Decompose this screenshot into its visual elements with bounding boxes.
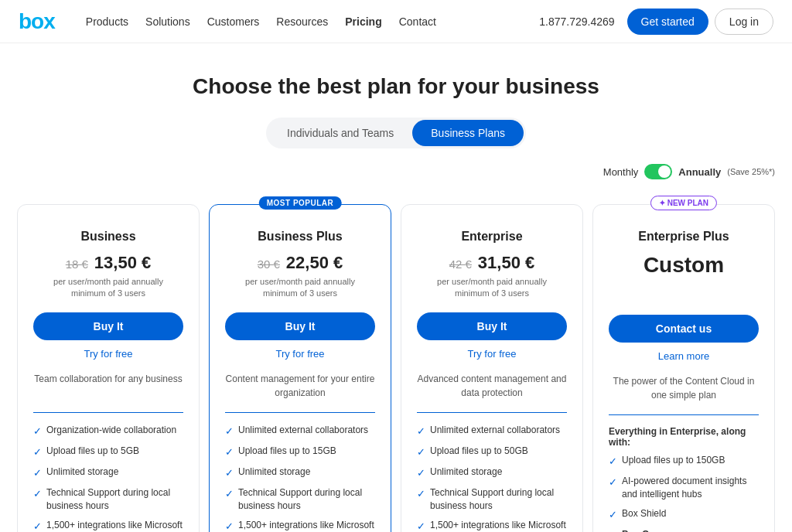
- monthly-label: Monthly: [603, 166, 639, 178]
- learn-more-link[interactable]: Learn more: [609, 350, 759, 362]
- old-price-business: 18 €: [66, 257, 88, 271]
- feature-item: ✓Unlimited storage: [33, 466, 183, 480]
- nav-links: Products Solutions Customers Resources P…: [86, 15, 539, 28]
- plan-name-enterprise-plus: Enterprise Plus: [609, 230, 759, 244]
- plan-desc-business-plus: Content management for your entire organ…: [225, 372, 375, 400]
- check-icon: ✓: [225, 520, 234, 532]
- plans-wrapper: Business 18 € 13,50 € per user/month pai…: [0, 204, 792, 532]
- divider-business: [33, 412, 183, 413]
- toggle-individuals[interactable]: Individuals and Teams: [268, 120, 412, 146]
- new-price-enterprise: 31,50 €: [478, 253, 534, 272]
- price-note-business-plus: per user/month paid annuallyminimum of 3…: [225, 276, 375, 300]
- plan-business-plus: MOST POPULAR Business Plus 30 € 22,50 € …: [209, 204, 391, 532]
- divider-enterprise: [417, 412, 567, 413]
- price-row-enterprise: 42 € 31,50 €: [417, 253, 567, 273]
- nav-pricing[interactable]: Pricing: [345, 15, 381, 28]
- feature-item: ✓Unlimited storage: [225, 466, 375, 480]
- features-enterprise-plus: ✓Upload files up to 150GB ✓AI-powered do…: [609, 454, 759, 532]
- feature-item: ✓AI-powered document insights and intell…: [609, 475, 759, 501]
- logo[interactable]: box: [19, 9, 55, 34]
- features-enterprise: ✓Unlimited external collaborators ✓Uploa…: [417, 424, 567, 532]
- billing-toggle: Monthly Annually (Save 25%*): [17, 164, 775, 179]
- features-business-plus: ✓Unlimited external collaborators ✓Uploa…: [225, 424, 375, 532]
- price-note-enterprise: per user/month paid annuallyminimum of 3…: [417, 276, 567, 300]
- check-icon: ✓: [33, 487, 42, 501]
- feature-item: ✓Unlimited storage: [417, 466, 567, 480]
- plan-name-business-plus: Business Plus: [225, 230, 375, 244]
- enterprise-plus-header: Everything in Enterprise, along with:: [609, 426, 759, 448]
- save-badge: (Save 25%*): [727, 167, 775, 176]
- toggle-business[interactable]: Business Plans: [412, 120, 524, 146]
- feature-item: ✓Upload files up to 150GB: [609, 454, 759, 469]
- nav-products[interactable]: Products: [86, 15, 128, 28]
- try-free-business-link[interactable]: Try for free: [33, 348, 183, 360]
- feature-item: ✓Unlimited external collaborators: [225, 424, 375, 438]
- plan-enterprise: Enterprise 42 € 31,50 € per user/month p…: [401, 204, 583, 532]
- feature-item: ✓1,500+ integrations like Microsoft Offi…: [225, 519, 375, 532]
- phone-number: 1.877.729.4269: [539, 15, 614, 28]
- check-icon: ✓: [609, 455, 617, 469]
- check-icon: ✓: [33, 425, 42, 438]
- annually-toggle[interactable]: [644, 164, 672, 179]
- feature-item: ✓Organization-wide collaboration: [33, 424, 183, 438]
- price-row-business-plus: 30 € 22,50 €: [225, 253, 375, 273]
- feature-item: ✓Upload files up to 15GB: [225, 445, 375, 459]
- price-row-business: 18 € 13,50 €: [33, 253, 183, 273]
- plan-business: Business 18 € 13,50 € per user/month pai…: [17, 204, 200, 532]
- check-icon: ✓: [609, 529, 617, 532]
- check-icon: ✓: [417, 466, 425, 480]
- check-icon: ✓: [225, 445, 234, 459]
- buy-business-plus-button[interactable]: Buy It: [225, 312, 375, 340]
- check-icon: ✓: [609, 476, 617, 489]
- plan-desc-enterprise: Advanced content management and data pro…: [417, 372, 567, 400]
- feature-item: ✓Upload files up to 50GB: [417, 445, 567, 459]
- plan-name-business: Business: [33, 230, 183, 244]
- custom-price: Custom: [609, 253, 759, 278]
- plan-name-enterprise: Enterprise: [417, 230, 567, 244]
- contact-us-button[interactable]: Contact us: [609, 315, 759, 343]
- plans-grid: Business 18 € 13,50 € per user/month pai…: [17, 204, 775, 532]
- feature-item: ✓1,500+ integrations like Microsoft Offi…: [417, 519, 567, 532]
- feature-item: ✓1,500+ integrations like Microsoft Offi…: [33, 519, 183, 532]
- check-icon: ✓: [225, 425, 234, 438]
- feature-item: ✓Box Governance: [609, 528, 759, 532]
- new-price-business-plus: 22,50 €: [286, 253, 343, 272]
- try-free-business-plus-link[interactable]: Try for free: [225, 348, 375, 360]
- nav-contact[interactable]: Contact: [399, 15, 436, 28]
- nav-resources[interactable]: Resources: [276, 15, 328, 28]
- check-icon: ✓: [225, 487, 234, 501]
- feature-item: ✓Box Shield: [609, 507, 759, 522]
- get-started-button[interactable]: Get started: [627, 9, 708, 35]
- check-icon: ✓: [33, 466, 42, 480]
- page-title: Choose the best plan for your business: [15, 74, 777, 99]
- price-note-business: per user/month paid annuallyminimum of 3…: [33, 276, 183, 300]
- divider-business-plus: [225, 412, 375, 413]
- check-icon: ✓: [417, 520, 425, 532]
- feature-item: ✓Unlimited external collaborators: [417, 424, 567, 438]
- plan-badge-popular: MOST POPULAR: [259, 196, 342, 208]
- check-icon: ✓: [33, 445, 42, 459]
- nav-customers[interactable]: Customers: [207, 15, 260, 28]
- plan-desc-enterprise-plus: The power of the Content Cloud in one si…: [609, 374, 759, 402]
- hero-section: Choose the best plan for your business I…: [0, 43, 792, 204]
- feature-item: ✓Technical Support during local business…: [417, 486, 567, 513]
- plan-badge-new: ✦ NEW PLAN: [650, 196, 717, 208]
- try-free-enterprise-link[interactable]: Try for free: [417, 348, 567, 360]
- divider-enterprise-plus: [609, 414, 759, 415]
- check-icon: ✓: [225, 466, 234, 480]
- feature-item: ✓Technical Support during local business…: [225, 486, 375, 513]
- check-icon: ✓: [417, 445, 425, 459]
- new-price-business: 13,50 €: [94, 253, 151, 272]
- features-business: ✓Organization-wide collaboration ✓Upload…: [33, 424, 183, 532]
- feature-item: ✓Upload files up to 5GB: [33, 445, 183, 459]
- buy-enterprise-button[interactable]: Buy It: [417, 312, 567, 340]
- check-icon: ✓: [417, 487, 425, 501]
- buy-business-button[interactable]: Buy It: [33, 312, 183, 340]
- nav-actions: Get started Log in: [627, 9, 773, 35]
- check-icon: ✓: [417, 425, 425, 438]
- nav-solutions[interactable]: Solutions: [145, 15, 190, 28]
- old-price-business-plus: 30 €: [258, 257, 280, 271]
- plan-enterprise-plus: ✦ NEW PLAN Enterprise Plus Custom Contac…: [592, 204, 775, 532]
- price-note-enterprise-plus: [609, 281, 759, 302]
- login-button[interactable]: Log in: [715, 9, 773, 35]
